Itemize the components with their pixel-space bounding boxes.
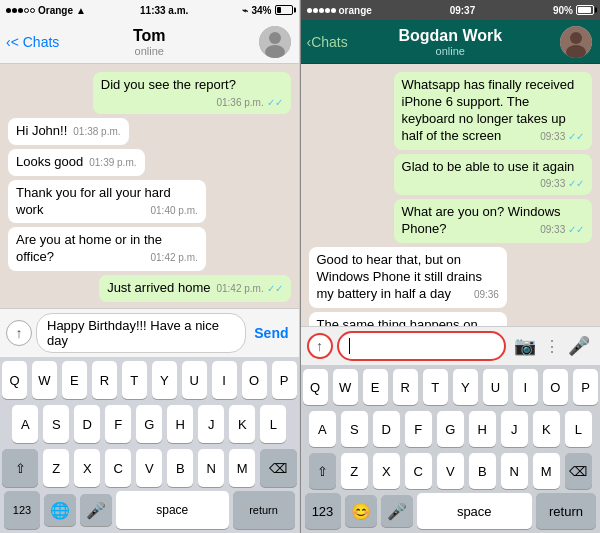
key-t[interactable]: T — [122, 361, 147, 399]
message-input[interactable]: Happy Birthday!!! Have a nice day — [36, 313, 246, 353]
key-x[interactable]: X — [74, 449, 100, 487]
send-label: Send — [254, 325, 288, 341]
more-button[interactable]: ⋮ — [544, 337, 560, 356]
right-keyboard-bottom-row: 123 😊 🎤 space return — [301, 491, 601, 533]
globe-icon[interactable]: 🌐 — [44, 494, 76, 526]
key-w[interactable]: W — [32, 361, 57, 399]
message-bubble: Are you at home or in the office? 01:42 … — [8, 227, 206, 271]
right-avatar[interactable] — [560, 26, 592, 58]
r-key-g[interactable]: G — [437, 411, 464, 447]
r-key-h[interactable]: H — [469, 411, 496, 447]
return-key[interactable]: return — [233, 491, 295, 529]
r-key-f[interactable]: F — [405, 411, 432, 447]
message-time: 09:36 — [474, 288, 499, 301]
right-mic-button[interactable]: 🎤 — [564, 333, 594, 359]
key-p[interactable]: P — [272, 361, 297, 399]
message-time: 01:40 p.m. — [150, 204, 197, 217]
table-row: Are you at home or in the office? 01:42 … — [8, 227, 291, 271]
key-l[interactable]: L — [260, 405, 286, 443]
right-message-input[interactable] — [337, 331, 507, 361]
message-time: 01:42 p.m. ✓✓ — [216, 282, 282, 295]
right-expand-button[interactable]: ↑ — [307, 333, 333, 359]
expand-button[interactable]: ↑ — [6, 320, 32, 346]
r-key-s[interactable]: S — [341, 411, 368, 447]
key-r[interactable]: R — [92, 361, 117, 399]
key-n[interactable]: N — [198, 449, 224, 487]
send-button[interactable]: Send — [250, 325, 292, 341]
key-z[interactable]: Z — [43, 449, 69, 487]
r-key-t[interactable]: T — [423, 369, 448, 405]
r-shift-key[interactable]: ⇧ — [309, 453, 336, 489]
r-key-m[interactable]: M — [533, 453, 560, 489]
right-back-button[interactable]: ‹ Chats — [307, 34, 348, 50]
key-k[interactable]: K — [229, 405, 255, 443]
key-v[interactable]: V — [136, 449, 162, 487]
space-key[interactable]: space — [116, 491, 229, 529]
table-row: Looks good 01:39 p.m. — [8, 149, 291, 176]
r-key-w[interactable]: W — [333, 369, 358, 405]
r-key-j[interactable]: J — [501, 411, 528, 447]
r-key-l[interactable]: L — [565, 411, 592, 447]
r-num-key[interactable]: 123 — [305, 493, 341, 529]
r-key-c[interactable]: C — [405, 453, 432, 489]
r-emoji-icon[interactable]: 😊 — [345, 495, 377, 527]
left-time: 11:33 a.m. — [140, 5, 188, 16]
key-a[interactable]: A — [12, 405, 38, 443]
r-key-o[interactable]: O — [543, 369, 568, 405]
key-m[interactable]: M — [229, 449, 255, 487]
shift-key[interactable]: ⇧ — [2, 449, 38, 487]
r-key-i[interactable]: I — [513, 369, 538, 405]
key-u[interactable]: U — [182, 361, 207, 399]
r-key-d[interactable]: D — [373, 411, 400, 447]
left-avatar[interactable] — [259, 26, 291, 58]
r-key-u[interactable]: U — [483, 369, 508, 405]
left-contact-name: Tom — [133, 27, 166, 45]
r-key-r[interactable]: R — [393, 369, 418, 405]
delete-key[interactable]: ⌫ — [260, 449, 296, 487]
right-carrier-group: orange — [307, 5, 372, 16]
key-h[interactable]: H — [167, 405, 193, 443]
r-key-k[interactable]: K — [533, 411, 560, 447]
key-y[interactable]: Y — [152, 361, 177, 399]
r-key-p[interactable]: P — [573, 369, 598, 405]
r-key-e[interactable]: E — [363, 369, 388, 405]
r-key-b[interactable]: B — [469, 453, 496, 489]
left-back-button[interactable]: ‹ < Chats — [6, 34, 59, 50]
message-text: Just arrived home — [107, 280, 210, 295]
message-bubble: Did you see the report? 01:36 p.m. ✓✓ — [93, 72, 291, 114]
key-b[interactable]: B — [167, 449, 193, 487]
key-o[interactable]: O — [242, 361, 267, 399]
key-g[interactable]: G — [136, 405, 162, 443]
r-key-q[interactable]: Q — [303, 369, 328, 405]
key-d[interactable]: D — [74, 405, 100, 443]
message-bubble: The same thing happens on both my Lumia … — [309, 312, 507, 326]
message-time: 09:33 ✓✓ — [540, 223, 584, 236]
right-keyboard-row-1: Q W E R T Y U I O P — [301, 365, 601, 407]
r-key-y[interactable]: Y — [453, 369, 478, 405]
r-key-a[interactable]: A — [309, 411, 336, 447]
r-return-key[interactable]: return — [536, 493, 596, 529]
key-i[interactable]: I — [212, 361, 237, 399]
key-f[interactable]: F — [105, 405, 131, 443]
r-key-n[interactable]: N — [501, 453, 528, 489]
left-signal — [6, 8, 35, 13]
r-space-key[interactable]: space — [417, 493, 533, 529]
camera-button[interactable]: 📷 — [510, 333, 540, 359]
key-c[interactable]: C — [105, 449, 131, 487]
right-contact-status: online — [398, 45, 502, 57]
num-key[interactable]: 123 — [4, 491, 40, 529]
key-q[interactable]: Q — [2, 361, 27, 399]
r-delete-key[interactable]: ⌫ — [565, 453, 592, 489]
message-bubble: Glad to be able to use it again 09:33 ✓✓ — [394, 154, 592, 196]
r-key-z[interactable]: Z — [341, 453, 368, 489]
left-nav-bar: ‹ < Chats Tom online — [0, 20, 299, 64]
r-key-x[interactable]: X — [373, 453, 400, 489]
r-mic-icon[interactable]: 🎤 — [381, 495, 413, 527]
mic-icon[interactable]: 🎤 — [80, 494, 112, 526]
right-panel: orange 09:37 90% ‹ Chats Bogdan Work onl… — [301, 0, 601, 533]
key-j[interactable]: J — [198, 405, 224, 443]
key-s[interactable]: S — [43, 405, 69, 443]
r-key-v[interactable]: V — [437, 453, 464, 489]
key-e[interactable]: E — [62, 361, 87, 399]
left-carrier: Orange — [38, 5, 73, 16]
